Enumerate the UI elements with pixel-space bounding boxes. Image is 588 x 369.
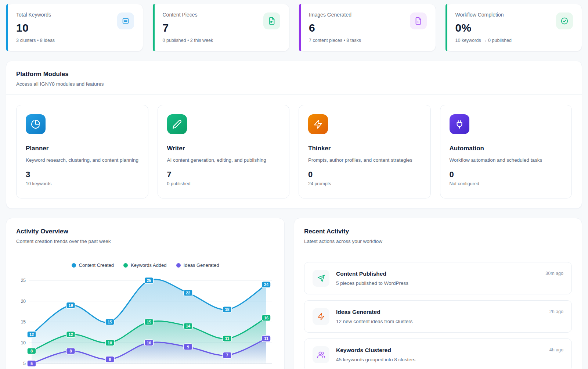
- activity-overview-header: Activity Overview Content creation trend…: [6, 218, 284, 252]
- bottom-row: Activity Overview Content creation trend…: [6, 218, 582, 369]
- stat-subtext: 10 keywords → 0 published: [455, 38, 512, 43]
- accent-bar: [153, 4, 155, 51]
- module-description: AI content generation, editing, and publ…: [167, 156, 280, 164]
- accent-bar: [299, 4, 301, 51]
- module-value: 3: [26, 170, 139, 179]
- stat-label: Images Generated: [309, 12, 361, 18]
- file-image-icon: [410, 12, 427, 29]
- module-value: 7: [167, 170, 280, 179]
- platform-modules-panel: Platform Modules Access all IGNY8 module…: [6, 61, 582, 209]
- svg-text:22: 22: [186, 291, 190, 295]
- recent-item-description: 12 new content ideas from clusters: [336, 319, 543, 324]
- stat-card-images-generated: Images Generated 6 7 content pieces • 8 …: [299, 4, 436, 51]
- pie-chart-icon: [26, 114, 46, 134]
- svg-text:8: 8: [30, 349, 33, 353]
- recent-item-description: 45 keywords grouped into 8 clusters: [336, 357, 543, 362]
- stat-label: Content Pieces: [163, 12, 213, 18]
- module-value: 0: [450, 170, 563, 179]
- svg-text:11: 11: [225, 336, 230, 341]
- svg-text:10: 10: [108, 341, 112, 345]
- accent-bar: [445, 4, 447, 51]
- file-text-icon: [263, 12, 280, 29]
- panel-subtitle: Access all IGNY8 modules and features: [16, 81, 572, 87]
- svg-text:7: 7: [226, 353, 228, 357]
- legend-dot: [123, 263, 128, 268]
- platform-modules-header: Platform Modules Access all IGNY8 module…: [6, 61, 582, 94]
- svg-text:5: 5: [23, 361, 26, 366]
- recent-item-title: Content Published: [336, 271, 539, 277]
- stat-subtext: 7 content pieces • 8 tasks: [309, 38, 361, 43]
- module-value: 0: [308, 170, 421, 179]
- svg-text:16: 16: [264, 316, 268, 320]
- svg-text:15: 15: [108, 320, 112, 324]
- activity-overview-panel: Activity Overview Content creation trend…: [6, 218, 285, 369]
- module-subtext: 24 prompts: [308, 181, 421, 186]
- zap-icon: [313, 308, 329, 325]
- recent-item-title: Ideas Generated: [336, 309, 543, 315]
- recent-activity-panel: Recent Activity Latest actions across yo…: [294, 218, 582, 369]
- stat-label: Total Keywords: [16, 12, 55, 18]
- svg-text:5: 5: [30, 361, 33, 366]
- module-subtext: 0 published: [167, 181, 280, 186]
- svg-text:25: 25: [147, 278, 151, 283]
- legend-item-ideas-generated[interactable]: Ideas Generated: [176, 262, 219, 268]
- recent-item-description: 5 pieces published to WordPress: [336, 280, 539, 286]
- accent-bar: [6, 4, 8, 51]
- list-icon: [117, 12, 134, 29]
- users-icon: [313, 346, 329, 363]
- module-subtext: 10 keywords: [26, 181, 139, 186]
- svg-text:15: 15: [21, 319, 26, 325]
- stat-card-total-keywords: Total Keywords 10 3 clusters • 8 ideas: [6, 4, 143, 51]
- send-icon: [313, 270, 329, 287]
- recent-item-ideas-generated[interactable]: Ideas Generated 12 new content ideas fro…: [304, 300, 572, 333]
- stat-value: 6: [309, 22, 361, 34]
- modules-grid: Planner Keyword research, clustering, an…: [6, 95, 582, 208]
- module-card-writer[interactable]: Writer AI content generation, editing, a…: [158, 105, 290, 198]
- module-name: Thinker: [308, 145, 421, 152]
- zap-icon: [308, 114, 328, 134]
- legend-item-keywords-added[interactable]: Keywords Added: [123, 262, 167, 268]
- stat-subtext: 3 clusters • 8 ideas: [16, 38, 55, 43]
- activity-chart-area: Content Created Keywords Added Ideas Gen…: [6, 252, 284, 369]
- stat-value: 0%: [455, 22, 512, 34]
- module-name: Planner: [26, 145, 139, 152]
- chart-legend: Content Created Keywords Added Ideas Gen…: [16, 262, 274, 268]
- stats-row: Total Keywords 10 3 clusters • 8 ideas C…: [6, 4, 582, 51]
- module-card-automation[interactable]: Automation Workflow automation and sched…: [440, 105, 572, 198]
- dashboard-page: Total Keywords 10 3 clusters • 8 ideas C…: [0, 0, 588, 369]
- module-card-planner[interactable]: Planner Keyword research, clustering, an…: [16, 105, 148, 198]
- legend-label: Ideas Generated: [184, 262, 219, 268]
- svg-text:19: 19: [68, 303, 73, 308]
- panel-title: Recent Activity: [304, 228, 572, 235]
- activity-line-chart: 510152025MonTueWedThuFriSatSun1219152522…: [16, 272, 275, 369]
- stat-label: Workflow Completion: [455, 12, 512, 18]
- recent-item-content-published[interactable]: Content Published 5 pieces published to …: [304, 262, 572, 294]
- pencil-icon: [167, 114, 187, 134]
- svg-text:15: 15: [147, 320, 151, 324]
- legend-item-content-created[interactable]: Content Created: [72, 262, 114, 268]
- plug-icon: [450, 114, 469, 134]
- svg-text:12: 12: [68, 332, 73, 337]
- stat-value: 7: [163, 22, 213, 34]
- stat-card-content-pieces: Content Pieces 7 0 published • 2 this we…: [152, 4, 290, 51]
- recent-activity-list: Content Published 5 pieces published to …: [294, 252, 582, 369]
- svg-text:8: 8: [69, 349, 72, 353]
- svg-text:11: 11: [264, 336, 268, 341]
- recent-item-keywords-clustered[interactable]: Keywords Clustered 45 keywords grouped i…: [304, 338, 572, 369]
- svg-text:14: 14: [186, 324, 191, 328]
- panel-subtitle: Content creation trends over the past we…: [16, 239, 274, 244]
- module-subtext: Not configured: [450, 181, 563, 186]
- svg-text:18: 18: [225, 307, 229, 312]
- panel-title: Platform Modules: [16, 71, 572, 78]
- module-description: Keyword research, clustering, and conten…: [26, 156, 139, 164]
- stat-value: 10: [16, 22, 55, 34]
- panel-title: Activity Overview: [16, 228, 274, 235]
- svg-text:6: 6: [109, 357, 111, 362]
- svg-text:9: 9: [187, 345, 189, 349]
- svg-text:12: 12: [29, 332, 34, 337]
- svg-text:24: 24: [264, 282, 269, 287]
- legend-label: Keywords Added: [131, 262, 167, 268]
- svg-text:10: 10: [147, 341, 151, 345]
- legend-label: Content Created: [79, 262, 114, 268]
- module-card-thinker[interactable]: Thinker Prompts, author profiles, and co…: [299, 105, 431, 198]
